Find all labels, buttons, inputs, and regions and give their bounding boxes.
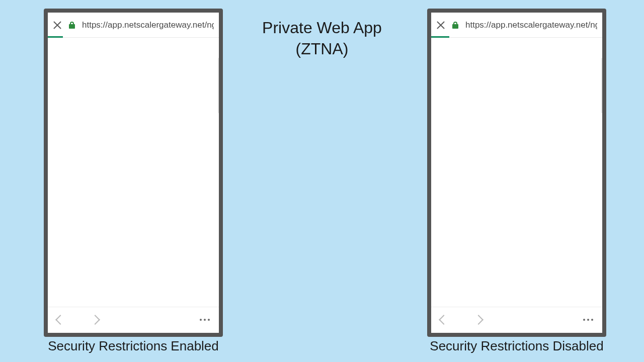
back-icon[interactable] bbox=[439, 315, 449, 325]
url-text[interactable]: https://app.netscalergateway.net/ngs/... bbox=[465, 20, 597, 30]
caption-right: Security Restrictions Disabled bbox=[427, 338, 606, 354]
close-icon[interactable] bbox=[436, 21, 445, 30]
lock-icon bbox=[452, 22, 458, 29]
bottom-toolbar bbox=[431, 307, 602, 332]
back-icon[interactable] bbox=[55, 315, 65, 325]
phone-frame-left: https://app.netscalergateway.net/ngs/... bbox=[44, 9, 223, 337]
title-line-1: Private Web App bbox=[262, 18, 382, 39]
webview-content[interactable] bbox=[431, 38, 602, 307]
url-text[interactable]: https://app.netscalergateway.net/ngs/... bbox=[82, 20, 214, 30]
more-menu-icon[interactable] bbox=[583, 319, 593, 321]
page-title: Private Web App (ZTNA) bbox=[262, 18, 382, 59]
lock-icon bbox=[69, 22, 75, 29]
scrollbar[interactable] bbox=[601, 58, 602, 113]
address-bar: https://app.netscalergateway.net/ngs/... bbox=[431, 13, 602, 38]
forward-icon[interactable] bbox=[90, 315, 100, 325]
title-line-2: (ZTNA) bbox=[262, 39, 382, 60]
forward-icon[interactable] bbox=[473, 315, 484, 325]
close-icon[interactable] bbox=[53, 21, 62, 30]
address-bar: https://app.netscalergateway.net/ngs/... bbox=[48, 13, 219, 38]
more-menu-icon[interactable] bbox=[200, 319, 210, 321]
bottom-toolbar bbox=[48, 307, 219, 332]
scrollbar[interactable] bbox=[218, 58, 219, 113]
webview-content[interactable] bbox=[48, 38, 219, 307]
phone-frame-right: https://app.netscalergateway.net/ngs/... bbox=[427, 9, 606, 337]
caption-left: Security Restrictions Enabled bbox=[44, 338, 223, 354]
